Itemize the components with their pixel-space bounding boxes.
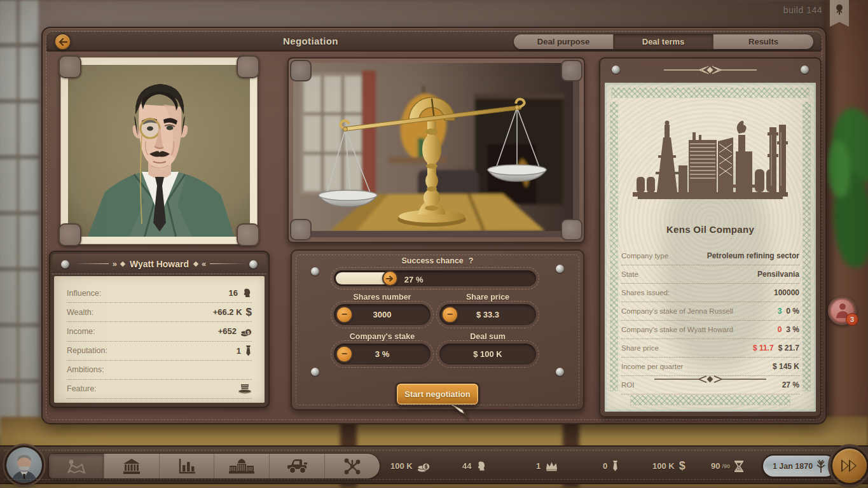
photo-corner [59,55,81,78]
map-icon [65,459,87,474]
character-stats-list: Influence: 16 Wealth: +66.2 K $ Income: … [54,276,265,403]
nav-map-button[interactable] [49,454,104,478]
tie-icon [245,345,252,356]
toolbar-nav [48,453,380,479]
svg-text:$: $ [424,463,427,470]
tie-icon [612,461,619,471]
hourglass-icon [734,461,743,472]
tab-deal-terms[interactable]: Deal terms [614,34,713,49]
resource-wealth: 100 K $ [652,447,685,485]
nav-government-button[interactable] [214,454,270,478]
fast-forward-icon [840,458,859,473]
company-name: Kens Oil Company [605,224,816,235]
rivet [311,368,319,376]
nav-relations-button[interactable] [325,454,380,478]
guilloche-border [803,102,811,391]
arrow-right-icon [386,275,394,282]
network-icon [343,458,361,475]
company-row: Company's stake of Wyatt Howard03 % [621,321,799,339]
help-icon[interactable]: ? [469,256,474,265]
photo-corner [561,60,582,81]
dollar-icon: $ [246,306,252,319]
date-display[interactable]: 1 Jan 1870 [762,454,837,478]
company-details-list: Company typePetroleum refining sector St… [621,247,799,394]
company-stake-label: Company's stake [334,332,431,341]
negotiation-controls-panel: Success chance? 27 % Shares number Share… [291,249,584,410]
rivet [61,260,69,268]
decrease-stake-button[interactable]: − [336,345,353,363]
tree-icon [834,4,844,15]
decrease-price-button[interactable]: − [441,306,458,323]
slider-fill: 27 % [336,272,390,284]
quill-cursor-icon [449,401,471,422]
resource-rank: 1 [536,447,558,485]
rivet [249,260,258,268]
header-ornament [663,66,758,74]
company-row: StatePensilvania [621,265,799,284]
photo-corner [290,219,312,241]
resource-influence: 44 [462,447,486,485]
stat-row-influence: Influence: 16 [67,284,252,303]
government-icon [229,459,254,474]
back-button[interactable] [54,33,71,50]
rivet [556,368,564,376]
notification-count-badge: 3 [846,313,858,326]
notifications-button[interactable]: 3 [828,296,857,325]
ornament [120,261,125,266]
tab-deal-purpose[interactable]: Deal purpose [514,34,614,49]
nav-bank-button[interactable] [104,454,160,478]
rivet [612,66,620,74]
refinery-illustration [630,116,790,201]
window [0,0,39,439]
guilloche-border [611,88,809,98]
share-price-label: Share price [439,293,536,302]
company-row: Company's stake of Jenna Russell30 % [621,302,799,321]
stat-row-wealth: Wealth: +66.2 K $ [67,303,252,322]
car-icon [286,459,308,474]
winter-tree-icon [816,459,826,473]
nav-stock-chart-button[interactable] [160,454,215,478]
guilloche-border [630,395,790,405]
player-avatar[interactable] [4,445,44,485]
ornament: « [202,259,206,268]
nav-transport-button[interactable] [270,454,325,478]
coins-icon: $ [240,326,252,337]
shares-number-label: Shares number [334,293,431,302]
stake-change-negative: 0 [778,325,782,334]
guilloche-border [610,102,618,391]
stat-row-ambitions: Ambitions: [67,361,252,380]
head-icon [242,288,252,298]
end-turn-button[interactable] [830,447,868,485]
bank-icon [123,459,140,474]
company-info-panel: Kens Oil Company Company typePetroleum r… [599,57,822,417]
photo-corner [237,55,259,78]
decrease-shares-button[interactable]: − [336,306,353,323]
character-stats-header: » Wyatt Howard « [52,254,266,274]
deal-sum-label: Deal sum [439,332,536,341]
company-panel-header [600,59,820,81]
photo-corner [59,223,81,246]
resource-cash: 100 K $ [390,447,430,485]
success-chance-slider[interactable]: 27 % [334,270,536,286]
back-arrow-icon [59,38,67,46]
deal-tabs: Deal purpose Deal terms Results [513,34,814,50]
tophat-icon [238,383,252,394]
character-portrait [68,65,250,237]
bottom-toolbar: 100 K $ 44 1 0 100 K $ 90/90 1 Jan 1870 [0,445,868,484]
company-row: Company typePetroleum refining sector [621,247,799,265]
character-name: Wyatt Howard [130,259,189,269]
balance-scale-picture [293,63,579,237]
shares-number-field: − 3000 [334,304,431,325]
negotiation-dialog: Negotiation Deal purpose Deal terms Resu… [41,27,827,424]
stat-row-feature: Feature: [67,380,252,399]
success-chance-value: 27 % [404,275,424,284]
head-icon [476,461,486,472]
tab-results[interactable]: Results [713,34,813,49]
slider-knob[interactable] [382,270,398,286]
company-row: Share price$ 11.7$ 21.7 [621,339,799,358]
build-version-label: build 144 [783,5,822,15]
share-certificate: Kens Oil Company Company typePetroleum r… [605,83,816,412]
photo-corner [561,219,582,241]
ornament [73,263,109,264]
dialog-header: Negotiation Deal purpose Deal terms Resu… [46,31,822,52]
